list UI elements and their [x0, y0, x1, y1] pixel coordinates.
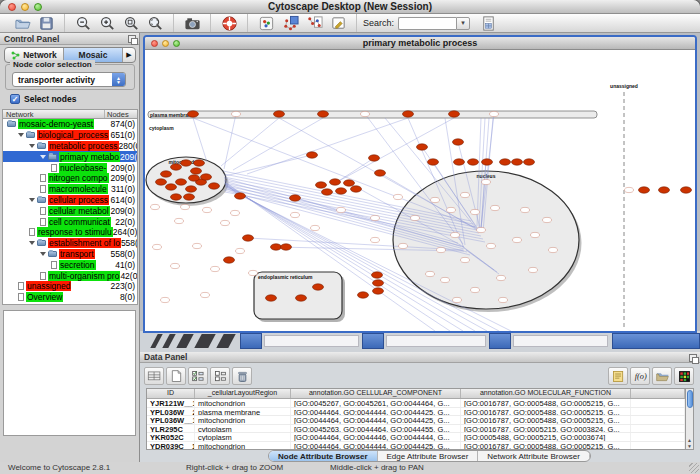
- network-node[interactable]: [500, 159, 511, 165]
- network-node[interactable]: [191, 168, 202, 174]
- resize-grip[interactable]: [689, 463, 699, 473]
- network-node-unselected[interactable]: [151, 204, 160, 209]
- network-node[interactable]: [290, 195, 301, 201]
- float-panel-icon[interactable]: [128, 35, 136, 43]
- table-cell[interactable]: YPL036W__1: [147, 416, 195, 424]
- tree-row-cellular-metabol[interactable]: cellular metabol209(0): [3, 205, 137, 216]
- network-node-unselected[interactable]: [203, 207, 212, 212]
- match-attribute-icon[interactable]: [188, 367, 208, 385]
- network-node-unselected[interactable]: [549, 247, 558, 252]
- zoom-fit-content-icon[interactable]: [145, 15, 165, 32]
- tree-row-overview[interactable]: Overview8(0): [3, 292, 137, 303]
- network-node[interactable]: [266, 295, 277, 301]
- network-node[interactable]: [428, 159, 439, 165]
- network-node[interactable]: [373, 288, 384, 294]
- network-node[interactable]: [176, 179, 187, 185]
- tab-node-attribute-browser[interactable]: Node Attribute Browser: [269, 451, 378, 461]
- table-cell[interactable]: [GO:0044464, GO:0044444, GO:0044425, G..…: [291, 408, 461, 416]
- column-header-annotation-go-molecular-function[interactable]: annotation.GO MOLECULAR_FUNCTION: [461, 389, 631, 398]
- network-node[interactable]: [171, 164, 182, 170]
- attribute-label-icon[interactable]: [608, 367, 628, 385]
- tab-overflow-arrow[interactable]: ▶: [123, 48, 135, 62]
- table-scrollbar[interactable]: ▲▼: [685, 388, 694, 450]
- network-node[interactable]: [281, 244, 292, 250]
- table-row-ylr295c[interactable]: YLR295Ccytoplasm[GO:0045263, GO:0044464,…: [147, 425, 685, 434]
- save-session-icon[interactable]: [36, 15, 56, 32]
- disclosure-triangle-icon[interactable]: [29, 241, 35, 245]
- column-header-id[interactable]: ID: [147, 389, 195, 398]
- disclosure-triangle-icon[interactable]: [40, 155, 46, 159]
- network-node-unselected[interactable]: [231, 210, 240, 215]
- disclosure-triangle-icon[interactable]: [18, 133, 24, 137]
- tree-row-nucleobase-[interactable]: nucleobase-209(0): [3, 162, 137, 173]
- tree-row-transport[interactable]: transport558(0): [3, 249, 137, 260]
- table-cell[interactable]: [GO:0045263, GO:0044464, GO:0044455, G..…: [291, 425, 461, 433]
- network-node[interactable]: [330, 179, 341, 185]
- table-cell[interactable]: cytoplasm: [195, 425, 291, 433]
- create-attribute-icon[interactable]: [166, 367, 186, 385]
- network-node[interactable]: [318, 111, 329, 117]
- network-node[interactable]: [351, 186, 362, 192]
- table-cell[interactable]: YLR295C: [147, 425, 195, 433]
- tree-row-primary-metabo[interactable]: primary metabo209(...: [3, 151, 137, 162]
- table-cell[interactable]: plasma membrane: [195, 408, 291, 416]
- disclosure-triangle-icon[interactable]: [40, 252, 46, 256]
- formula-builder-icon[interactable]: f(o): [630, 367, 650, 385]
- table-cell[interactable]: [GO:0016787, GO:0005488, GO:0005215, G..…: [461, 399, 631, 407]
- tree-row-response-to-stimulu[interactable]: response to stimulu264(0): [3, 227, 137, 238]
- network-node[interactable]: [243, 235, 254, 241]
- network-node-unselected[interactable]: [437, 247, 446, 252]
- table-cell[interactable]: YPL036W__2: [147, 408, 195, 416]
- table-cell[interactable]: mitochondrion: [195, 416, 291, 424]
- network-canvas[interactable]: plasma membranecytoplasmmitochondrionnuc…: [145, 50, 695, 331]
- network-node-unselected[interactable]: [394, 194, 403, 199]
- network-node[interactable]: [194, 160, 205, 166]
- network-node-unselected[interactable]: [337, 207, 346, 212]
- network-node[interactable]: [372, 272, 383, 278]
- table-cell[interactable]: [GO:0044464, GO:0044444, GO:0044425, G..…: [291, 416, 461, 424]
- network-node[interactable]: [512, 159, 523, 165]
- network-window-titlebar[interactable]: primary metabolic process: [145, 37, 695, 50]
- network-node-unselected[interactable]: [447, 207, 456, 212]
- network-node-unselected[interactable]: [371, 237, 380, 242]
- tree-row-multi-organism-pro[interactable]: multi-organism pro42(0): [3, 270, 137, 281]
- network-node-unselected[interactable]: [399, 243, 408, 248]
- network-node-unselected[interactable]: [529, 267, 538, 272]
- network-node-unselected[interactable]: [543, 217, 552, 222]
- table-cell[interactable]: [GO:0005488, GO:0005215, GO:0003674]: [461, 433, 631, 441]
- table-row-ykr052c[interactable]: YKR052Ccytoplasm[GO:0044464, GO:0044446,…: [147, 433, 685, 442]
- network-node-unselected[interactable]: [513, 237, 522, 242]
- network-node[interactable]: [161, 171, 172, 177]
- network-node[interactable]: [681, 187, 692, 193]
- network-node[interactable]: [659, 187, 670, 193]
- export-snapshot-icon[interactable]: [182, 15, 202, 32]
- search-dropdown-button[interactable]: ▾: [456, 17, 470, 30]
- network-node-unselected[interactable]: [171, 263, 180, 268]
- network-node[interactable]: [369, 155, 380, 161]
- table-cell[interactable]: YDR039C__1: [147, 442, 195, 450]
- network-node[interactable]: [271, 244, 282, 250]
- select-attributes-icon[interactable]: [144, 367, 164, 385]
- network-node[interactable]: [235, 193, 246, 199]
- tree-row-unassigned[interactable]: unassigned223(0): [3, 281, 137, 292]
- select-nodes-checkbox-row[interactable]: ✓ Select nodes: [10, 94, 76, 104]
- network-node-unselected[interactable]: [193, 243, 202, 248]
- network-node[interactable]: [453, 139, 464, 145]
- network-node-unselected[interactable]: [291, 212, 300, 217]
- network-node[interactable]: [375, 170, 386, 176]
- network-node[interactable]: [307, 152, 318, 158]
- network-node[interactable]: [454, 159, 465, 165]
- network-node[interactable]: [209, 183, 220, 189]
- table-cell[interactable]: mitochondrion: [195, 442, 291, 450]
- network-node-unselected[interactable]: [361, 111, 370, 116]
- network-node[interactable]: [186, 186, 197, 192]
- network-node[interactable]: [344, 180, 355, 186]
- network-node-unselected[interactable]: [531, 232, 540, 237]
- network-node-unselected[interactable]: [431, 197, 440, 202]
- network-node-unselected[interactable]: [181, 204, 190, 209]
- scrollbar-arrows-icon[interactable]: ▲▼: [686, 437, 693, 449]
- network-node-unselected[interactable]: [175, 218, 184, 223]
- table-row-ypl036w__2[interactable]: YPL036W__2plasma membrane[GO:0044464, GO…: [147, 408, 685, 417]
- network-node[interactable]: [201, 174, 212, 180]
- network-node-unselected[interactable]: [236, 248, 245, 253]
